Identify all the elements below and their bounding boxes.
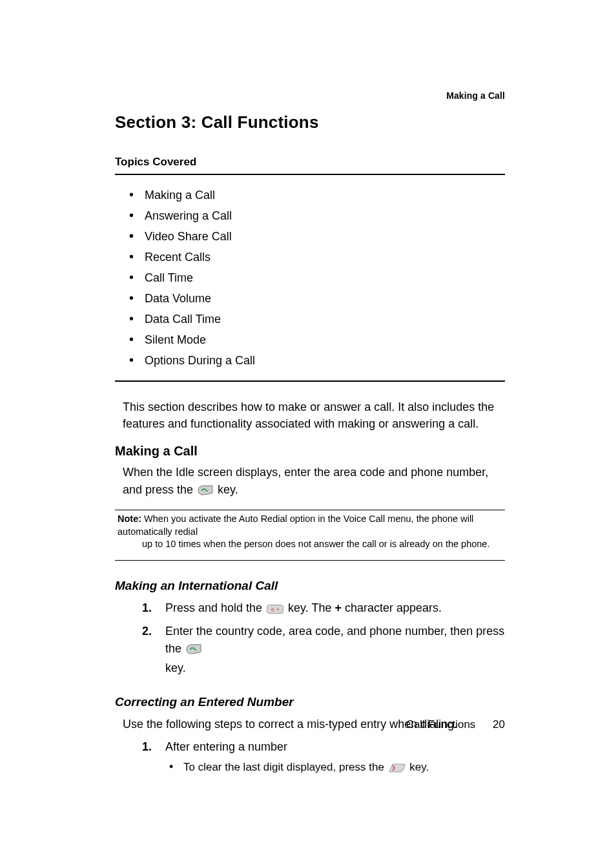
international-call-heading: Making an International Call bbox=[115, 579, 505, 593]
clear-key-icon bbox=[389, 762, 406, 777]
correcting-steps: 1. After entering a number To clear the … bbox=[142, 738, 505, 777]
svg-rect-1 bbox=[267, 605, 283, 613]
list-item: Recent Calls bbox=[129, 251, 505, 263]
section-title: Section 3: Call Functions bbox=[115, 112, 505, 132]
sub-list: To clear the last digit displayed, press… bbox=[169, 760, 505, 777]
svg-point-4 bbox=[195, 649, 196, 650]
send-key-icon bbox=[186, 642, 201, 660]
svg-text:0: 0 bbox=[271, 607, 274, 612]
text-fragment: When you activate the Auto Redial option… bbox=[118, 514, 473, 537]
list-item: Data Volume bbox=[129, 293, 505, 304]
plus-character: + bbox=[334, 601, 342, 614]
list-item: Making a Call bbox=[129, 189, 505, 201]
step-number: 1. bbox=[142, 599, 152, 617]
footer-section-name: Call Functions bbox=[406, 718, 476, 731]
list-item: 1. After entering a number To clear the … bbox=[142, 738, 505, 777]
list-item: Silent Mode bbox=[129, 334, 505, 346]
text-fragment: key. bbox=[165, 661, 186, 674]
send-key-icon bbox=[198, 483, 213, 501]
list-item: 1. Press and hold the 0+ key. The + char… bbox=[142, 599, 505, 619]
list-item: Video Share Call bbox=[129, 231, 505, 242]
step-number: 1. bbox=[142, 738, 152, 756]
topics-heading: Topics Covered bbox=[115, 156, 505, 169]
list-item: Data Call Time bbox=[129, 313, 505, 325]
note-divider bbox=[115, 510, 505, 510]
page-footer: Call Functions 20 bbox=[115, 718, 505, 731]
text-fragment: key. bbox=[407, 761, 429, 773]
topics-list: Making a Call Answering a Call Video Sha… bbox=[129, 189, 505, 366]
text-fragment: character appears. bbox=[342, 601, 442, 614]
list-item: Options During a Call bbox=[129, 355, 505, 366]
running-head: Making a Call bbox=[115, 90, 505, 101]
svg-text:+: + bbox=[276, 607, 280, 612]
text-fragment: To clear the last digit displayed, press… bbox=[183, 761, 387, 773]
text-fragment: Press and hold the bbox=[165, 601, 265, 614]
list-item: Call Time bbox=[129, 272, 505, 284]
list-item: To clear the last digit displayed, press… bbox=[169, 760, 505, 777]
section-intro: This section describes how to make or an… bbox=[123, 399, 505, 432]
divider bbox=[115, 380, 505, 382]
note-label: Note: bbox=[118, 514, 141, 524]
text-fragment: After entering a number bbox=[165, 740, 287, 753]
text-fragment: up to 10 times when the person does not … bbox=[142, 538, 505, 551]
step-number: 2. bbox=[142, 623, 152, 640]
making-a-call-text: When the Idle screen displays, enter the… bbox=[123, 464, 505, 501]
correcting-number-heading: Correcting an Entered Number bbox=[115, 695, 505, 709]
note-text: Note: When you activate the Auto Redial … bbox=[118, 513, 505, 551]
international-steps: 1. Press and hold the 0+ key. The + char… bbox=[142, 599, 505, 677]
list-item: 2. Enter the country code, area code, an… bbox=[142, 623, 505, 677]
svg-point-0 bbox=[207, 490, 208, 492]
note-divider bbox=[115, 560, 505, 561]
zero-plus-key-icon: 0+ bbox=[267, 601, 283, 619]
text-fragment: When the Idle screen displays, enter the… bbox=[123, 466, 488, 496]
text-fragment: Enter the country code, area code, and p… bbox=[165, 625, 504, 655]
text-fragment: key. bbox=[214, 483, 238, 496]
making-a-call-heading: Making a Call bbox=[115, 444, 505, 459]
text-fragment: key. The bbox=[285, 601, 334, 614]
list-item: Answering a Call bbox=[129, 210, 505, 222]
page-number: 20 bbox=[493, 718, 505, 731]
divider bbox=[115, 174, 505, 175]
